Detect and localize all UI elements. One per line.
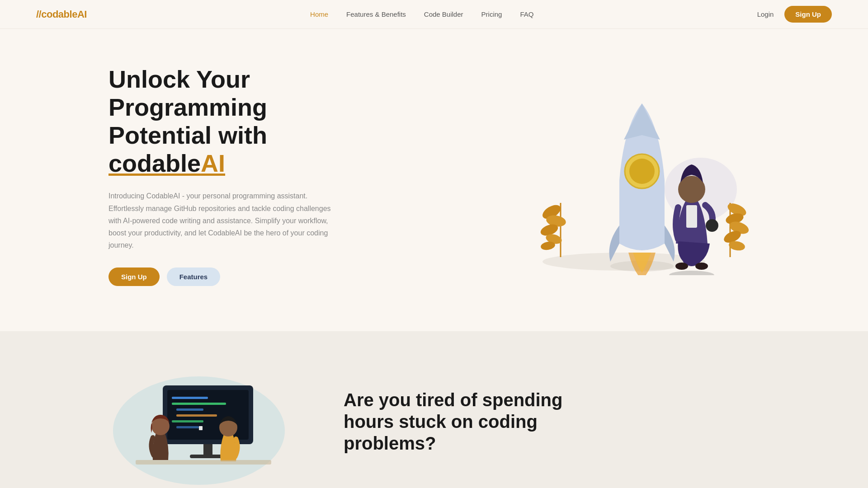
section2-illustration [108, 367, 298, 476]
svg-point-15 [695, 263, 708, 270]
svg-rect-37 [136, 460, 271, 465]
nav-right: Login Sign Up [757, 6, 832, 23]
section2-text: Are you tired of spending hours stuck on… [344, 389, 597, 454]
hero-svg [524, 85, 760, 275]
logo-ai: AI [77, 9, 87, 20]
nav-links: Home Features & Benefits Code Builder Pr… [310, 10, 533, 19]
svg-point-14 [675, 263, 688, 270]
nav-item-faq[interactable]: FAQ [520, 10, 533, 19]
svg-rect-33 [203, 444, 212, 455]
svg-point-9 [629, 159, 655, 184]
hero-title: Unlock Your Programming Potential with c… [108, 65, 344, 177]
nav-link-home[interactable]: Home [310, 10, 328, 18]
hero-illustration [524, 85, 760, 266]
section2-svg [108, 367, 298, 485]
nav-link-faq[interactable]: FAQ [520, 10, 533, 18]
svg-point-13 [706, 219, 718, 232]
nav-item-features[interactable]: Features & Benefits [346, 10, 406, 19]
hero-title-part1: Unlock Your Programming Potential with [108, 66, 267, 149]
nav-item-home[interactable]: Home [310, 10, 328, 19]
hero-buttons: Sign Up Features [108, 267, 344, 286]
hero-features-button[interactable]: Features [167, 267, 221, 286]
login-link[interactable]: Login [757, 10, 774, 18]
logo-codable: codable [41, 9, 77, 20]
section2-title: Are you tired of spending hours stuck on… [344, 389, 597, 454]
hero-section: Unlock Your Programming Potential with c… [0, 29, 868, 331]
svg-rect-30 [172, 420, 203, 422]
nav-link-code-builder[interactable]: Code Builder [424, 10, 463, 18]
hero-content: Unlock Your Programming Potential with c… [108, 65, 344, 286]
navbar: //codableAI Home Features & Benefits Cod… [0, 0, 868, 29]
svg-rect-32 [199, 426, 203, 430]
svg-rect-29 [176, 414, 217, 417]
nav-item-code-builder[interactable]: Code Builder [424, 10, 463, 19]
hero-signup-button[interactable]: Sign Up [108, 267, 160, 286]
signup-button-nav[interactable]: Sign Up [784, 6, 832, 23]
section2: Are you tired of spending hours stuck on… [0, 331, 868, 488]
nav-link-features[interactable]: Features & Benefits [346, 10, 406, 18]
nav-link-pricing[interactable]: Pricing [481, 10, 502, 18]
svg-point-16 [669, 271, 714, 275]
svg-rect-26 [172, 397, 208, 399]
hero-brand-ai: AI [201, 150, 225, 177]
hero-description: Introducing CodableAI - your personal pr… [108, 190, 344, 251]
hero-brand-codable: codable [108, 150, 201, 177]
logo-slash: // [36, 9, 41, 20]
nav-item-pricing[interactable]: Pricing [481, 10, 502, 19]
svg-rect-31 [176, 426, 199, 428]
svg-rect-28 [176, 408, 203, 411]
logo[interactable]: //codableAI [36, 9, 87, 20]
svg-rect-11 [686, 205, 697, 228]
svg-rect-27 [172, 403, 226, 405]
